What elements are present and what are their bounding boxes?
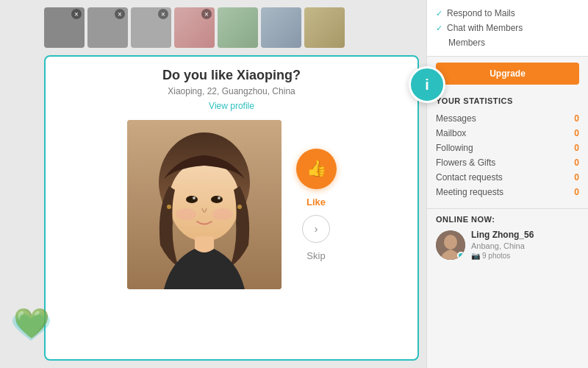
online-status-dot (457, 252, 465, 259)
info-icon: i (425, 77, 429, 93)
stat-mailbox: Mailbox 0 (436, 126, 579, 141)
svg-point-4 (211, 196, 223, 203)
online-user-photos: 📷 9 photos (471, 252, 534, 260)
stat-following-label: Following (436, 143, 473, 153)
stat-following: Following 0 (436, 141, 579, 155)
upgrade-button[interactable]: Upgrade (436, 63, 579, 85)
stat-flowers: Flowers & Gifts 0 (436, 155, 579, 170)
svg-point-13 (444, 235, 457, 250)
svg-point-8 (212, 208, 233, 220)
svg-point-10 (167, 205, 171, 209)
menu-item-chat-label: Chat with Members (447, 23, 523, 33)
stat-contact-label: Contact requests (436, 172, 503, 183)
svg-text:💚: 💚 (13, 305, 50, 341)
thumbnail-5[interactable] (218, 7, 258, 48)
check-icon-respond: ✓ (436, 9, 442, 18)
main-container: × × × × Do you like Xiaoping? Xiaoping, … (0, 0, 588, 368)
stat-messages-label: Messages (436, 113, 476, 124)
stat-mailbox-value: 0 (574, 128, 579, 138)
like-button[interactable]: 👍 (296, 149, 337, 189)
profile-question: Do you like Xiaoping? (162, 68, 301, 83)
online-user-avatar (436, 230, 465, 260)
menu-item-respond[interactable]: ✓ Respond to Mails (436, 6, 579, 21)
brand-logo: 💚 (7, 302, 55, 353)
thumb-close-4[interactable]: × (201, 9, 212, 19)
like-label: Like (306, 197, 326, 208)
camera-icon: 📷 (471, 252, 480, 260)
thumb-close-2[interactable]: × (115, 9, 125, 19)
thumbnail-6[interactable] (261, 7, 301, 48)
stat-contact-value: 0 (574, 172, 579, 183)
online-user-photos-count: 9 photos (482, 252, 510, 260)
svg-point-3 (186, 196, 198, 203)
stat-mailbox-label: Mailbox (436, 128, 466, 138)
thumbnail-7[interactable] (304, 7, 345, 48)
skip-label: Skip (306, 250, 325, 261)
online-user-info: Ling Zhong_56 Anbang, China 📷 9 photos (471, 230, 534, 260)
menu-item-chat[interactable]: ✓ Chat with Members (436, 21, 579, 35)
online-user-name: Ling Zhong_56 (471, 230, 534, 240)
menu-item-members-label: Members (448, 38, 485, 48)
stat-messages: Messages 0 (436, 111, 579, 126)
thumbnail-1[interactable]: × (44, 7, 85, 48)
svg-point-7 (176, 208, 196, 220)
thumbnail-strip: × × × × (44, 7, 419, 48)
online-section: ONLINE NOW: Ling Zhong_56 Anbang, China … (427, 208, 588, 266)
profile-photo (127, 120, 282, 289)
stat-flowers-value: 0 (574, 158, 579, 168)
stat-following-value: 0 (574, 143, 579, 153)
info-button[interactable]: i (409, 66, 445, 103)
svg-point-2 (169, 160, 240, 241)
online-user-location: Anbang, China (471, 241, 534, 250)
thumb-close-1[interactable]: × (71, 9, 82, 19)
stat-flowers-label: Flowers & Gifts (436, 158, 495, 168)
check-icon-chat: ✓ (436, 24, 442, 33)
online-title: ONLINE NOW: (436, 215, 579, 224)
stat-meeting-label: Meeting requests (436, 187, 503, 197)
stats-section: YOUR STATISTICS Messages 0 Mailbox 0 Fol… (427, 91, 588, 205)
svg-point-6 (218, 197, 220, 199)
stat-messages-value: 0 (574, 113, 579, 124)
menu-item-respond-label: Respond to Mails (447, 8, 515, 18)
thumbnail-2[interactable]: × (87, 7, 128, 48)
stat-meeting: Meeting requests 0 (436, 185, 579, 199)
online-user[interactable]: Ling Zhong_56 Anbang, China 📷 9 photos (436, 230, 579, 260)
profile-card-body: 👍 Like › Skip (57, 120, 406, 289)
action-buttons: 👍 Like › Skip (296, 149, 337, 261)
profile-subtitle: Xiaoping, 22, Guangzhou, China (168, 86, 295, 96)
thumbnail-3[interactable]: × (131, 7, 171, 48)
thumbnail-4[interactable]: × (174, 7, 215, 48)
menu-item-members[interactable]: Members (436, 35, 579, 50)
right-sidebar: i ✓ Respond to Mails ✓ Chat with Members… (426, 0, 588, 368)
profile-card: Do you like Xiaoping? Xiaoping, 22, Guan… (44, 55, 419, 361)
stats-title: YOUR STATISTICS (436, 96, 579, 105)
skip-button[interactable]: › (302, 215, 330, 243)
left-section: × × × × Do you like Xiaoping? Xiaoping, … (0, 0, 426, 368)
stat-meeting-value: 0 (574, 187, 579, 197)
svg-point-5 (193, 197, 196, 199)
stat-contact: Contact requests 0 (436, 170, 579, 185)
svg-point-11 (237, 205, 242, 209)
view-profile-link[interactable]: View profile (209, 101, 254, 111)
sidebar-menu: ✓ Respond to Mails ✓ Chat with Members M… (427, 0, 588, 57)
thumb-close-3[interactable]: × (158, 9, 168, 19)
